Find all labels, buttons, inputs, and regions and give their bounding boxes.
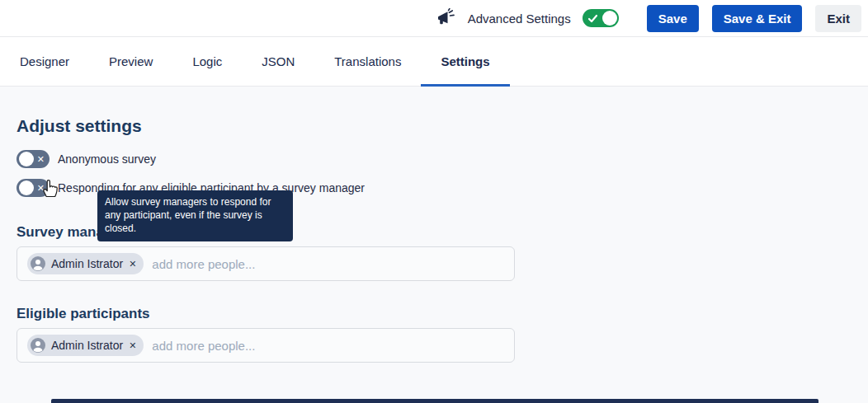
- tab-designer[interactable]: Designer: [0, 37, 89, 86]
- tab-bar: Designer Preview Logic JSON Translations…: [0, 37, 868, 87]
- save-button[interactable]: Save: [647, 5, 699, 32]
- check-icon: [587, 12, 598, 27]
- anonymous-survey-label: Anonymous survey: [58, 152, 156, 166]
- add-people-placeholder[interactable]: add more people...: [152, 257, 255, 271]
- remove-person-button[interactable]: ✕: [129, 260, 136, 269]
- person-tag-name: Admin Istrator: [51, 257, 123, 270]
- toggle-knob: [602, 11, 617, 26]
- save-and-exit-button[interactable]: Save & Exit: [712, 5, 803, 32]
- person-icon: [31, 256, 45, 271]
- eligible-participants-input[interactable]: Admin Istrator ✕ add more people...: [17, 328, 515, 363]
- tab-translations[interactable]: Translations: [314, 37, 421, 86]
- person-tag-name: Admin Istrator: [51, 339, 123, 352]
- advanced-settings-label: Advanced Settings: [468, 12, 571, 26]
- person-icon: [31, 338, 45, 353]
- add-people-placeholder[interactable]: add more people...: [152, 339, 255, 353]
- close-icon: ✕: [37, 155, 45, 164]
- tab-preview[interactable]: Preview: [89, 37, 172, 86]
- megaphone-icon: [435, 7, 456, 29]
- person-tag: Admin Istrator ✕: [27, 335, 144, 356]
- advanced-settings-group: Advanced Settings: [435, 7, 619, 29]
- eligible-participants-title: Eligible participants: [17, 306, 851, 322]
- toggle-knob: [19, 152, 34, 166]
- top-toolbar: Advanced Settings Save Save & Exit Exit: [0, 0, 868, 37]
- anonymous-survey-toggle[interactable]: ✕: [17, 150, 50, 168]
- tab-settings[interactable]: Settings: [421, 37, 509, 86]
- toggle-knob: [19, 180, 34, 195]
- exit-button[interactable]: Exit: [815, 5, 861, 32]
- close-icon: ✕: [37, 184, 45, 193]
- tab-json[interactable]: JSON: [242, 37, 314, 86]
- toggle-tooltip: Allow survey managers to respond for any…: [97, 190, 293, 241]
- page-title: Adjust settings: [17, 116, 851, 136]
- tab-logic[interactable]: Logic: [172, 37, 242, 86]
- advanced-settings-toggle[interactable]: [583, 9, 619, 27]
- respond-any-participant-toggle[interactable]: ✕: [17, 179, 50, 197]
- bottom-scrollbar[interactable]: [51, 399, 818, 403]
- anonymous-survey-row: ✕ Anonymous survey: [17, 149, 851, 169]
- remove-person-button[interactable]: ✕: [129, 341, 136, 350]
- survey-managers-input[interactable]: Admin Istrator ✕ add more people...: [17, 246, 515, 281]
- person-tag: Admin Istrator ✕: [27, 253, 144, 274]
